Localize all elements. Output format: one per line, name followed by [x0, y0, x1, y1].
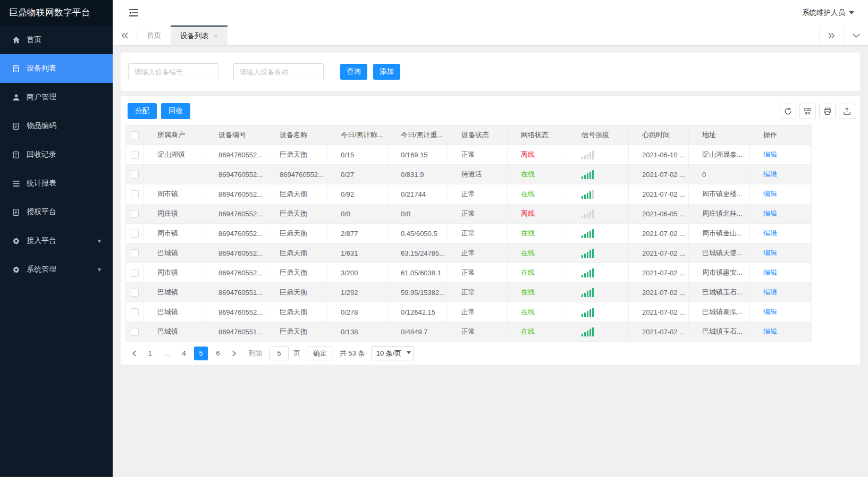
sidebar-item-merchant-mgmt[interactable]: 商户管理: [0, 83, 113, 112]
cell-device-name: 巨鼎天衡: [266, 204, 327, 224]
device-name-input[interactable]: [233, 63, 324, 80]
prev-page-button[interactable]: [127, 347, 141, 360]
page-button-4[interactable]: 4: [177, 347, 191, 360]
next-page-button[interactable]: [226, 347, 241, 360]
network-status-badge: 离线: [521, 150, 535, 158]
row-checkbox[interactable]: [131, 151, 139, 159]
chevron-right-icon: [232, 350, 237, 357]
cell-address: 周市镇金山...: [689, 224, 750, 243]
page-button-5[interactable]: 5: [194, 347, 208, 360]
column-header-today_weight: 今日/累计重...: [387, 125, 448, 145]
cell-heartbeat-time: 2021-07-02 ...: [629, 184, 689, 204]
cell-signal-strength: [568, 204, 629, 224]
collapse-sidebar-icon[interactable]: [129, 9, 139, 17]
page-ellipsis: ...: [160, 347, 174, 360]
edit-link[interactable]: 编辑: [763, 229, 777, 237]
signal-bars-icon: [582, 268, 625, 277]
edit-link[interactable]: 编辑: [763, 170, 777, 178]
cell-device-number: 8694760551...: [205, 322, 266, 342]
cell-device-name: 巨鼎天衡: [266, 322, 327, 342]
cell-today-count: 3/200: [327, 263, 387, 283]
cell-today-weight: 63.15/24785...: [387, 243, 448, 263]
table-row: 巴城镇8694760551...巨鼎天衡1/29259.95/15382...正…: [126, 283, 812, 302]
sidebar-item-system-mgmt[interactable]: 系统管理▼: [0, 255, 113, 284]
row-checkbox[interactable]: [131, 171, 139, 179]
tabs-menu-button[interactable]: [844, 26, 868, 45]
device-number-input[interactable]: [128, 63, 218, 80]
cell-action: 编辑: [750, 263, 812, 283]
column-header-merchant: 所属商户: [144, 125, 205, 145]
tab-home[interactable]: 首页: [137, 26, 171, 45]
sidebar-item-label: 回收记录: [27, 150, 56, 159]
export-button[interactable]: [839, 104, 855, 119]
chevron-down-icon: [849, 11, 854, 14]
cell-device-status: 正常: [448, 322, 508, 342]
sidebar-item-auth-platform[interactable]: 授权平台: [0, 198, 113, 226]
edit-link[interactable]: 编辑: [763, 288, 777, 296]
edit-link[interactable]: 编辑: [763, 209, 777, 217]
recycle-button[interactable]: 回收: [161, 103, 190, 119]
cell-device-name: 巨鼎天衡: [266, 243, 327, 263]
tabs-scroll-right-button[interactable]: [819, 26, 844, 45]
select-all-checkbox[interactable]: [131, 131, 139, 139]
row-checkbox[interactable]: [131, 230, 139, 238]
add-button[interactable]: 添加: [373, 64, 400, 80]
cell-address: 巴城镇玉石...: [689, 322, 750, 342]
signal-bars-icon: [582, 327, 625, 336]
row-checkbox[interactable]: [131, 308, 139, 316]
cell-address: 周市镇惠安...: [689, 263, 750, 283]
row-checkbox[interactable]: [131, 249, 139, 257]
edit-link[interactable]: 编辑: [763, 327, 777, 335]
edit-link[interactable]: 编辑: [763, 150, 777, 158]
row-checkbox[interactable]: [131, 328, 139, 336]
row-checkbox[interactable]: [131, 190, 139, 198]
sidebar-item-recycle-records[interactable]: 回收记录: [0, 140, 113, 169]
cell-device-name: 巨鼎天衡: [266, 224, 327, 243]
close-tab-icon[interactable]: [214, 32, 218, 39]
edit-link[interactable]: 编辑: [763, 249, 777, 257]
sidebar-item-device-list[interactable]: 设备列表: [0, 54, 113, 83]
row-checkbox[interactable]: [131, 210, 139, 218]
query-button[interactable]: 查询: [340, 64, 367, 80]
lines-icon: [11, 180, 21, 187]
edit-link[interactable]: 编辑: [763, 268, 777, 276]
cell-today-count: 0/27: [327, 165, 387, 184]
user-menu[interactable]: 系统维护人员: [802, 8, 854, 18]
goto-page-input[interactable]: [269, 347, 289, 360]
cell-address: 周市镇更楼...: [689, 184, 750, 204]
cell-address: 巴城镇玉石...: [689, 283, 750, 302]
table-row: 周市镇8694760552...巨鼎天衡3/20061.05/6038.1正常在…: [126, 263, 812, 283]
row-checkbox[interactable]: [131, 269, 139, 277]
page-size-select[interactable]: 10 条/页: [372, 346, 414, 360]
page-button-1[interactable]: 1: [143, 347, 157, 360]
assign-button[interactable]: 分配: [128, 103, 157, 119]
cell-merchant: 巴城镇: [144, 302, 205, 322]
tab-label: 设备列表: [180, 31, 209, 41]
goto-label: 到第: [249, 349, 263, 358]
print-button[interactable]: [819, 104, 836, 119]
edit-link[interactable]: 编辑: [763, 190, 777, 198]
row-checkbox[interactable]: [131, 289, 139, 297]
cell-heartbeat-time: 2021-07-02 ...: [629, 302, 689, 322]
tabs-scroll-left-button[interactable]: [113, 26, 137, 45]
cell-action: 编辑: [750, 302, 812, 322]
cell-today-weight: 0/0: [387, 204, 448, 224]
cell-signal-strength: [568, 302, 629, 322]
tab-device-list[interactable]: 设备列表: [171, 26, 227, 45]
table-panel: 分配 回收: [121, 96, 860, 365]
sidebar-item-access-platform[interactable]: 接入平台▼: [0, 226, 113, 255]
sidebar-item-home[interactable]: 首页: [0, 26, 113, 54]
page-button-6[interactable]: 6: [211, 347, 225, 360]
edit-link[interactable]: 编辑: [763, 308, 777, 316]
cell-network-status: 在线: [508, 263, 568, 283]
column-settings-button[interactable]: [799, 104, 816, 119]
cell-action: 编辑: [750, 165, 812, 184]
cell-network-status: 在线: [508, 243, 568, 263]
cell-network-status: 在线: [508, 165, 568, 184]
sidebar-item-stats-report[interactable]: 统计报表: [0, 169, 113, 198]
refresh-button[interactable]: [780, 104, 796, 119]
confirm-button[interactable]: 确定: [307, 347, 333, 360]
cell-address: 0: [689, 165, 750, 184]
cell-action: 编辑: [750, 322, 812, 342]
sidebar-item-item-code[interactable]: 物品编码: [0, 112, 113, 140]
